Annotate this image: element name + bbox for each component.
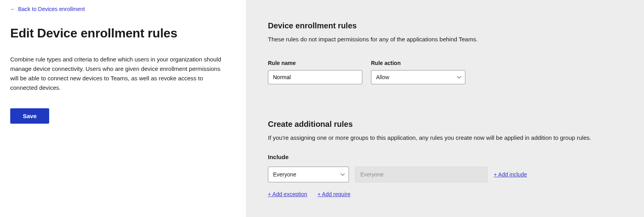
include-label: Include [268,154,625,160]
add-exception-link[interactable]: + Add exception [268,191,307,197]
rule-name-label: Rule name [268,60,362,66]
add-links-row: + Add exception + Add require [268,191,625,197]
rule-name-input[interactable] [268,70,362,84]
arrow-left-icon: ← [10,6,16,12]
additional-rules-desc: If you're assigning one or more groups t… [268,134,625,141]
rule-action-label: Rule action [371,60,465,66]
right-pane: Device enrollment rules These rules do n… [246,0,644,217]
rule-form-row: Rule name Rule action Allow [268,60,625,84]
back-link-label: Back to Devices enrollment [18,6,85,12]
enrollment-rules-heading: Device enrollment rules [268,21,625,30]
rule-action-select[interactable]: Allow [371,70,465,84]
include-row: Everyone + Add include [268,167,625,182]
page-description: Combine rule types and criteria to defin… [10,55,223,93]
save-button[interactable]: Save [10,108,49,124]
left-pane: ← Back to Devices enrollment Edit Device… [0,0,246,217]
include-value-input[interactable] [355,167,487,182]
page-title: Edit Device enrollment rules [10,26,236,41]
rule-action-field: Rule action Allow [371,60,465,84]
add-include-link[interactable]: + Add include [494,171,527,178]
rule-name-field: Rule name [268,60,362,84]
include-select[interactable]: Everyone [268,167,349,182]
enrollment-rules-desc: These rules do not impact permissions fo… [268,36,625,43]
back-link[interactable]: ← Back to Devices enrollment [10,6,85,12]
add-require-link[interactable]: + Add require [317,191,351,197]
additional-rules-heading: Create additional rules [268,120,625,129]
